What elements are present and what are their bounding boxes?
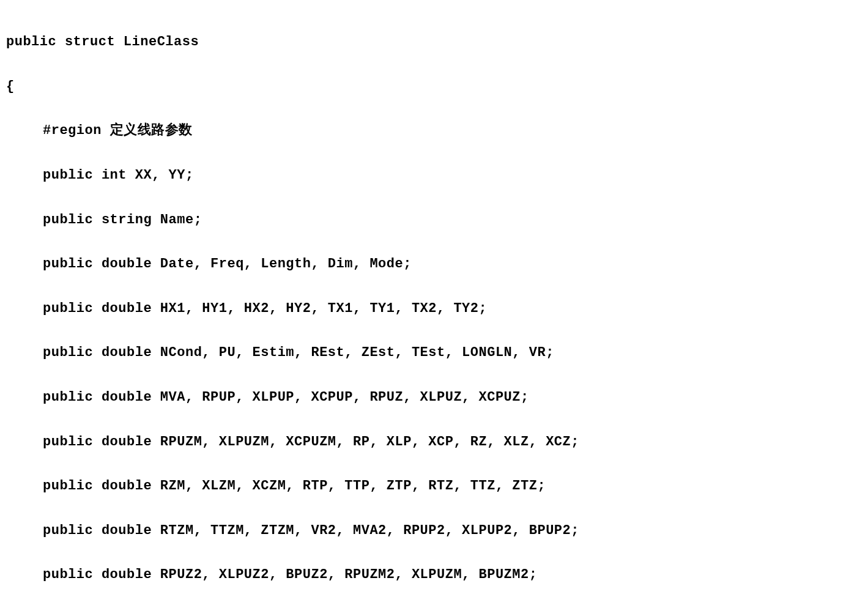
code-line-13: public double RPUZ2, XLPUZ2, BPUZ2, RPUZ… [6,564,862,586]
code-line-7: public double HX1, HY1, HX2, HY2, TX1, T… [6,298,862,320]
code-line-9: public double MVA, RPUP, XLPUP, XCPUP, R… [6,387,862,409]
code-line-1: public struct LineClass [6,31,862,53]
code-line-8: public double NCond, PU, Estim, REst, ZE… [6,342,862,364]
code-line-12: public double RTZM, TTZM, ZTZM, VR2, MVA… [6,520,862,542]
code-block: public struct LineClass { #region 定义线路参数… [6,9,862,597]
code-line-3: #region 定义线路参数 [6,120,862,142]
code-line-10: public double RPUZM, XLPUZM, XCPUZM, RP,… [6,431,862,453]
code-line-5: public string Name; [6,209,862,231]
code-line-4: public int XX, YY; [6,165,862,187]
code-line-6: public double Date, Freq, Length, Dim, M… [6,253,862,275]
code-line-11: public double RZM, XLZM, XCZM, RTP, TTP,… [6,475,862,497]
code-line-2: { [6,76,862,98]
